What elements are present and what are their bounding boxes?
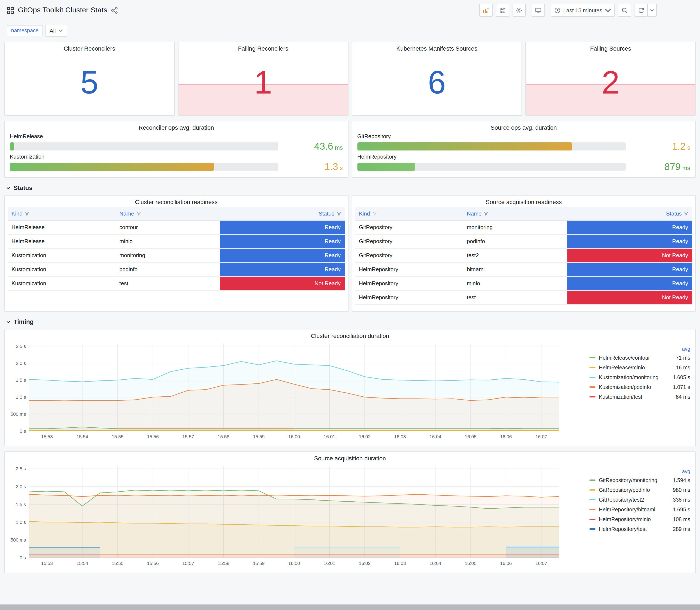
legend-item[interactable]: Kustomization/monitoring1.605 s — [589, 372, 690, 382]
svg-text:15:58: 15:58 — [217, 434, 229, 439]
column-header-status[interactable]: Status — [568, 207, 693, 220]
cell-status: Not Ready — [220, 276, 345, 290]
gauge-track — [357, 163, 625, 171]
legend-item[interactable]: HelmRepository/test289 ms — [589, 524, 690, 534]
gauge-value: 1.2 s — [631, 141, 690, 152]
gauge-row-label: HelmRelease — [10, 133, 343, 140]
legend-series-swatch — [589, 489, 596, 491]
stat-panel-title: Kubernetes Manifests Sources — [352, 42, 522, 53]
svg-text:16:02: 16:02 — [359, 561, 371, 566]
column-header-kind[interactable]: Kind — [7, 207, 116, 220]
table-header-row: KindNameStatus — [355, 207, 693, 220]
svg-text:15:55: 15:55 — [112, 561, 124, 566]
legend-item[interactable]: GitRepository/podinfo980 ms — [589, 485, 690, 495]
legend-item[interactable]: Kustomization/podinfo1.071 s — [589, 382, 690, 392]
svg-text:500 ms: 500 ms — [11, 412, 26, 417]
variable-namespace-label[interactable]: namespace — [7, 25, 43, 36]
stat-value: 6 — [352, 53, 522, 115]
gauge-value-unit: ms — [681, 164, 690, 171]
svg-text:15:57: 15:57 — [182, 561, 194, 566]
refresh-interval-dropdown[interactable] — [647, 4, 657, 17]
svg-text:1.5 s: 1.5 s — [16, 502, 26, 507]
gauge-track — [357, 142, 625, 150]
panel-title: Source acquisition duration — [5, 452, 695, 463]
status-badge: Ready — [220, 262, 345, 276]
svg-text:15:59: 15:59 — [253, 434, 264, 439]
svg-text:16:03: 16:03 — [394, 561, 406, 566]
cycle-view-mode-button[interactable] — [532, 4, 545, 17]
section-timing[interactable]: Timing — [6, 318, 696, 325]
cell-status: Ready — [568, 276, 693, 290]
section-status[interactable]: Status — [6, 184, 696, 191]
svg-text:16:07: 16:07 — [535, 434, 547, 439]
gauge-track — [10, 163, 278, 171]
column-header-name[interactable]: Name — [116, 207, 220, 220]
legend-item[interactable]: HelmRelease/contour71 ms — [589, 353, 690, 363]
legend-item[interactable]: HelmRelease/minio16 ms — [589, 363, 690, 372]
table-panel: Source acquisition readinessKindNameStat… — [352, 195, 696, 311]
variable-namespace-picker[interactable]: All — [45, 25, 67, 36]
stat-panel: Cluster Reconcilers5 — [4, 42, 175, 116]
add-panel-button[interactable] — [479, 4, 493, 17]
monitor-icon — [535, 7, 541, 13]
dashboards-grid-icon[interactable] — [7, 6, 14, 14]
tables-row: Cluster reconciliation readinessKindName… — [4, 195, 696, 311]
table-row: HelmReleasecontourReady — [7, 220, 345, 234]
legend-item[interactable]: GitRepository/test2338 ms — [589, 495, 690, 504]
save-dashboard-button[interactable] — [496, 4, 509, 17]
clock-icon — [554, 7, 560, 13]
column-header-status[interactable]: Status — [220, 207, 345, 220]
cell-name: podinfo — [116, 262, 220, 276]
legend-item[interactable]: HelmRepository/bitnami1.695 s — [589, 504, 690, 514]
gauge-panel-title: Reconciler ops avg. duration — [10, 121, 343, 132]
filter-icon — [136, 211, 141, 216]
dashboard-body: Cluster Reconcilers5Failing Reconcilers1… — [0, 42, 700, 573]
svg-text:2.5 s: 2.5 s — [16, 344, 26, 349]
legend-series-label: HelmRelease/contour — [599, 355, 668, 361]
svg-text:2.0 s: 2.0 s — [16, 484, 26, 489]
svg-text:16:05: 16:05 — [465, 434, 476, 439]
cell-kind: Kustomization — [7, 276, 116, 290]
svg-text:2.0 s: 2.0 s — [16, 361, 26, 366]
share-icon[interactable] — [111, 6, 118, 14]
dashboard-toolbar: Last 15 minutes — [476, 4, 657, 17]
svg-text:16:04: 16:04 — [429, 434, 441, 439]
legend-item[interactable]: HelmRepository/minio108 ms — [589, 514, 690, 524]
column-header-kind[interactable]: Kind — [355, 207, 463, 220]
variable-namespace-value: All — [50, 28, 56, 34]
column-header-name[interactable]: Name — [463, 207, 568, 220]
gauge-value-number: 1.3 — [325, 161, 338, 172]
gauge-row: 1.3 s — [10, 161, 343, 173]
legend-item[interactable]: Kustomization/test84 ms — [589, 392, 690, 402]
status-badge: Ready — [568, 276, 693, 290]
table-row: HelmRepositorybitnamiReady — [355, 262, 693, 276]
readiness-table: KindNameStatusHelmReleasecontourReadyHel… — [7, 207, 345, 291]
table-row: KustomizationpodinfoReady — [7, 262, 345, 276]
table-row: GitRepositorytest2Not Ready — [355, 248, 693, 262]
cell-name: test2 — [463, 248, 568, 262]
zoom-out-button[interactable] — [618, 4, 631, 17]
svg-text:16:01: 16:01 — [324, 434, 335, 439]
time-series-plot[interactable]: 0 s500 ms1.0 s1.5 s2.0 s2.5 s15:5315:541… — [7, 340, 565, 441]
filter-icon — [372, 211, 377, 216]
legend-series-avg: 71 ms — [668, 355, 690, 361]
cell-name: test — [463, 290, 568, 304]
legend-series-label: GitRepository/podinfo — [599, 487, 668, 493]
svg-text:16:00: 16:00 — [288, 561, 300, 566]
dashboard-settings-button[interactable] — [512, 4, 526, 17]
time-range-picker[interactable]: Last 15 minutes — [551, 4, 615, 17]
stat-panel-title: Failing Sources — [526, 42, 696, 53]
legend-series-swatch — [589, 377, 596, 378]
legend-series-swatch — [589, 387, 596, 388]
cell-name: monitoring — [463, 220, 568, 234]
legend-item[interactable]: GitRepository/monitoring1.594 s — [589, 475, 690, 485]
legend-series-swatch — [589, 367, 596, 368]
cell-status: Ready — [220, 262, 345, 276]
legend-series-avg: 1.071 s — [668, 384, 690, 390]
cell-kind: HelmRepository — [355, 290, 463, 304]
filter-icon — [337, 211, 341, 216]
legend-avg-header: avg — [589, 346, 690, 352]
refresh-button[interactable] — [635, 4, 648, 17]
time-series-plot[interactable]: 0 s500 ms1.0 s1.5 s2.0 s2.5 s15:5315:541… — [7, 463, 565, 568]
svg-text:15:53: 15:53 — [41, 434, 53, 439]
